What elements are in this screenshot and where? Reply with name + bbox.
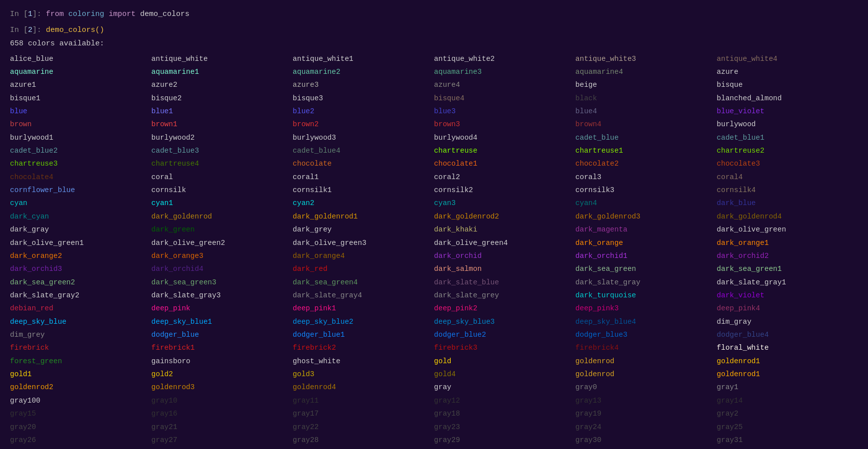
prompt-line-2: In [2]: demo_colors() [10, 24, 858, 37]
color-item: gray18 [434, 407, 576, 420]
color-item: cadet_blue2 [10, 144, 152, 157]
module-name: coloring [68, 10, 104, 18]
color-item: cyan4 [575, 197, 717, 210]
color-item: chocolate3 [717, 157, 859, 170]
color-item: gray15 [10, 407, 152, 420]
color-item: dark_sea_green3 [152, 276, 293, 289]
color-item: gray17 [293, 407, 434, 420]
color-item: gray22 [293, 421, 434, 434]
color-item: cornflower_blue [10, 184, 152, 197]
color-item: dark_salmon [434, 262, 576, 275]
color-item: blue3 [434, 105, 576, 118]
color-item: dodger_blue1 [293, 328, 434, 341]
color-item: chocolate2 [575, 157, 717, 170]
color-item: dark_green [152, 223, 293, 236]
color-item: dark_slate_blue [434, 276, 576, 289]
color-item: aquamarine4 [575, 65, 717, 78]
color-item: deep_sky_blue [10, 315, 152, 328]
color-item: dark_goldenrod2 [434, 210, 576, 223]
color-item: gainsboro [152, 355, 293, 368]
color-item: deep_pink [152, 302, 293, 315]
color-item: gray [434, 381, 576, 394]
color-item: cyan3 [434, 197, 576, 210]
color-item: gray26 [10, 434, 152, 447]
color-item: dark_slate_grey [434, 289, 576, 302]
color-item: gray23 [434, 421, 576, 434]
color-item: dark_orchid1 [575, 249, 717, 262]
color-item: gray27 [152, 434, 293, 447]
color-item: aquamarine [10, 65, 152, 78]
color-item: dark_goldenrod3 [575, 210, 717, 223]
color-item: dark_goldenrod4 [717, 210, 859, 223]
color-item: firebrick [10, 341, 152, 354]
color-item: firebrick1 [152, 341, 293, 354]
color-item: aquamarine3 [434, 65, 576, 78]
color-item: coral4 [717, 171, 859, 184]
color-item: dodger_blue [152, 328, 293, 341]
color-item: dark_orange1 [717, 236, 859, 249]
color-item: gray24 [575, 421, 717, 434]
color-item: azure2 [152, 78, 293, 91]
color-item: cadet_blue4 [293, 144, 434, 157]
color-item: dark_khaki [434, 223, 576, 236]
prompt-line-1: In [1]: from coloring import demo_colors [10, 8, 858, 21]
color-item: coral3 [575, 171, 717, 184]
color-item: dodger_blue3 [575, 328, 717, 341]
color-item: azure3 [293, 78, 434, 91]
color-item: blue2 [293, 105, 434, 118]
color-item: gray14 [717, 394, 859, 407]
color-item: deep_pink2 [434, 302, 576, 315]
color-item: gray100 [10, 394, 152, 407]
color-item: dark_sea_green2 [10, 276, 152, 289]
color-item: firebrick2 [293, 341, 434, 354]
color-item: bisque1 [10, 92, 152, 105]
color-item: dark_sea_green1 [717, 262, 859, 275]
color-item: gray13 [575, 394, 717, 407]
color-item: chocolate4 [10, 171, 152, 184]
in-number-2: 2 [28, 26, 32, 34]
in-label-2: In [ [10, 26, 28, 34]
color-item: bisque [717, 78, 859, 91]
color-item: dodger_blue4 [717, 328, 859, 341]
color-item: blanched_almond [717, 92, 859, 105]
color-item: goldenrod1 [717, 368, 859, 381]
color-item: dark_sea_green [575, 262, 717, 275]
color-item: dark_orchid [434, 249, 576, 262]
color-item: goldenrod3 [152, 381, 293, 394]
color-item: azure [717, 65, 859, 78]
color-item: gray30 [575, 434, 717, 447]
color-item: gray16 [152, 407, 293, 420]
color-item: gray11 [293, 394, 434, 407]
color-item: cyan [10, 197, 152, 210]
color-item: antique_white1 [293, 52, 434, 65]
color-item: gray2 [717, 407, 859, 420]
color-item: goldenrod4 [293, 381, 434, 394]
color-item: dark_magenta [575, 223, 717, 236]
color-item: cornsilk2 [434, 184, 576, 197]
color-item: bisque3 [293, 92, 434, 105]
color-item: dark_olive_green2 [152, 236, 293, 249]
color-item: gold1 [10, 368, 152, 381]
color-item: antique_white2 [434, 52, 576, 65]
color-item: burlywood2 [152, 131, 293, 144]
color-item: aquamarine1 [152, 65, 293, 78]
color-item: gray31 [717, 434, 859, 447]
color-item: cadet_blue1 [717, 131, 859, 144]
color-item: floral_white [717, 341, 859, 354]
color-item: goldenrod [575, 368, 717, 381]
color-item: dark_violet [717, 289, 859, 302]
color-item: brown4 [575, 118, 717, 131]
color-item: gold [434, 355, 576, 368]
kw-import: import [104, 10, 140, 18]
color-item: gray21 [152, 421, 293, 434]
color-item: gray1 [717, 381, 859, 394]
color-item: cornsilk4 [717, 184, 859, 197]
color-item: cyan1 [152, 197, 293, 210]
color-item: dark_blue [717, 197, 859, 210]
color-item: coral [152, 171, 293, 184]
color-item: brown3 [434, 118, 576, 131]
in-label-1: In [ [10, 10, 28, 18]
color-item: chartreuse2 [717, 144, 859, 157]
color-item: dark_sea_green4 [293, 276, 434, 289]
color-item: antique_white3 [575, 52, 717, 65]
